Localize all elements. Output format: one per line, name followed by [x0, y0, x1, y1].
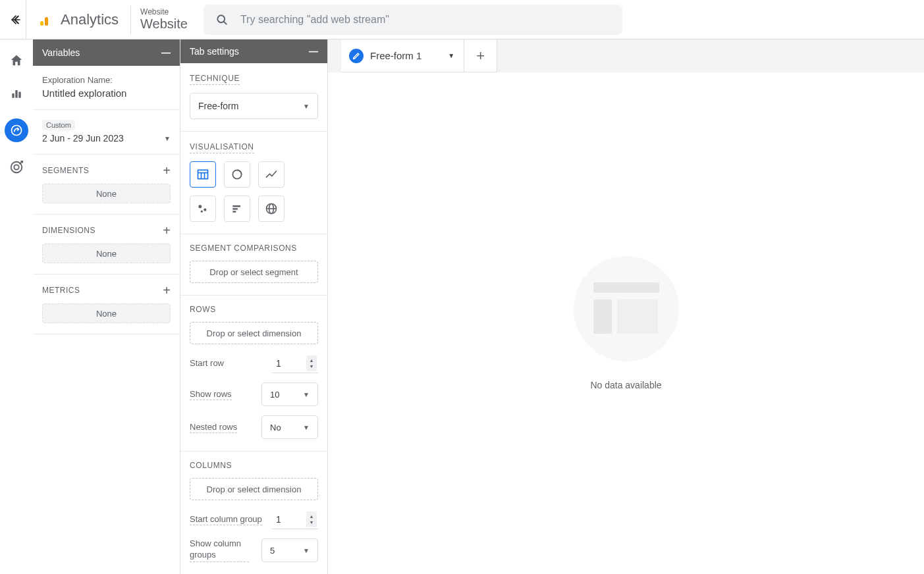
tab-name: Free-form 1: [370, 50, 421, 61]
property-selector[interactable]: Website Website: [130, 5, 197, 34]
segments-none-chip[interactable]: None: [42, 184, 171, 203]
rows-label: ROWS: [190, 305, 318, 314]
bar-icon: [231, 202, 244, 215]
edit-icon: [349, 49, 364, 63]
svg-point-19: [235, 172, 239, 176]
empty-state-text: No data available: [590, 380, 661, 390]
show-column-select[interactable]: 5 ▼: [261, 538, 318, 562]
chevron-down-icon: ▼: [303, 547, 310, 554]
svg-point-20: [198, 205, 202, 208]
svg-rect-7: [12, 93, 14, 98]
rows-dropzone[interactable]: Drop or select dimension: [190, 322, 318, 344]
chevron-down-icon: ▼: [303, 391, 310, 398]
viz-donut[interactable]: [224, 161, 250, 188]
show-column-label: Show column groups: [190, 538, 249, 562]
segment-comparisons-section: SEGMENT COMPARISONS Drop or select segme…: [180, 234, 327, 296]
logo-area[interactable]: Analytics: [32, 11, 125, 28]
svg-line-6: [224, 21, 227, 24]
svg-rect-25: [232, 211, 236, 213]
viz-line[interactable]: [258, 161, 285, 188]
svg-rect-9: [18, 92, 20, 98]
tab-freeform1[interactable]: Free-form 1 ▼: [341, 39, 464, 72]
show-column-value: 5: [270, 546, 275, 556]
columns-dropzone[interactable]: Drop or select dimension: [190, 478, 318, 500]
chevron-down-icon: ▼: [164, 135, 171, 142]
search-placeholder: Try searching "add web stream": [240, 14, 389, 26]
columns-section: COLUMNS Drop or select dimension Start c…: [180, 452, 327, 574]
tab-settings-title: Tab settings: [190, 46, 239, 57]
app-name: Analytics: [61, 11, 119, 28]
tab-settings-panel: Tab settings — TECHNIQUE Free-form ▼ VIS…: [180, 39, 328, 574]
technique-label: TECHNIQUE: [190, 74, 240, 85]
viz-table[interactable]: [190, 161, 216, 188]
date-range-badge: Custom: [42, 120, 75, 130]
collapse-variables-button[interactable]: —: [161, 47, 171, 58]
add-tab-button[interactable]: +: [464, 39, 497, 72]
show-rows-select[interactable]: 10 ▼: [261, 382, 318, 406]
workspace: Variables — Exploration Name: Untitled e…: [0, 39, 924, 574]
visualisation-section: VISUALISATION: [180, 132, 327, 234]
exploration-name-input[interactable]: Untitled exploration: [42, 88, 171, 99]
bar-chart-icon: [10, 87, 23, 100]
visualisation-label: VISUALISATION: [190, 142, 254, 153]
globe-icon: [265, 202, 278, 215]
nav-explore[interactable]: [5, 118, 28, 142]
nav-advertising[interactable]: [9, 159, 24, 175]
dimensions-none-chip[interactable]: None: [42, 244, 171, 263]
technique-section: TECHNIQUE Free-form ▼: [180, 63, 327, 132]
add-segment-button[interactable]: +: [163, 164, 171, 177]
tab-settings-header: Tab settings —: [180, 39, 327, 63]
scatter-icon: [196, 202, 209, 215]
start-row-value: 1: [276, 358, 281, 369]
property-label: Website: [140, 7, 188, 16]
svg-point-22: [201, 211, 203, 213]
add-metric-button[interactable]: +: [163, 284, 171, 297]
nested-rows-value: No: [270, 423, 281, 432]
nav-reports[interactable]: [9, 86, 24, 101]
viz-geo[interactable]: [258, 196, 285, 222]
tab-bar: Free-form 1 ▼ +: [328, 39, 924, 72]
stepper-icon[interactable]: ▲▼: [306, 355, 317, 371]
start-row-input[interactable]: 1 ▲▼: [272, 353, 318, 373]
segment-comparisons-label: SEGMENT COMPARISONS: [190, 244, 318, 253]
canvas-body: No data available: [328, 72, 924, 574]
search-icon: [215, 13, 229, 26]
columns-label: COLUMNS: [190, 461, 318, 470]
collapse-tabsettings-button[interactable]: —: [309, 46, 318, 57]
start-column-value: 1: [276, 514, 281, 525]
analytics-logo-icon: [38, 12, 54, 28]
svg-point-10: [11, 126, 21, 136]
metrics-title: METRICS: [42, 286, 80, 295]
segments-section: SEGMENTS + None: [33, 155, 180, 215]
svg-rect-14: [198, 170, 208, 178]
stepper-icon[interactable]: ▲▼: [306, 511, 317, 527]
start-row-label: Start row: [190, 358, 224, 369]
start-column-input[interactable]: 1 ▲▼: [272, 509, 318, 529]
add-dimension-button[interactable]: +: [163, 224, 171, 237]
chevron-down-icon: ▼: [303, 103, 310, 110]
technique-select[interactable]: Free-form ▼: [190, 93, 318, 119]
nav-home[interactable]: [9, 53, 24, 68]
rows-section: ROWS Drop or select dimension Start row …: [180, 296, 327, 452]
variables-panel: Variables — Exploration Name: Untitled e…: [33, 39, 180, 574]
exploration-name-section: Exploration Name: Untitled exploration: [33, 66, 180, 110]
svg-rect-8: [15, 90, 17, 98]
table-icon: [196, 168, 209, 181]
date-range-section[interactable]: Custom 2 Jun - 29 Jun 2023 ▼: [33, 110, 180, 155]
date-range-text: 2 Jun - 29 Jun 2023: [42, 133, 124, 144]
search-bar[interactable]: Try searching "add web stream": [204, 5, 622, 35]
segment-dropzone[interactable]: Drop or select segment: [190, 261, 318, 283]
target-icon: [9, 160, 24, 174]
chevron-down-icon: ▼: [303, 424, 310, 431]
nested-rows-label: Nested rows: [190, 422, 237, 433]
svg-rect-2: [40, 21, 43, 26]
viz-bar[interactable]: [224, 196, 250, 222]
back-button[interactable]: [5, 0, 26, 39]
metrics-none-chip[interactable]: None: [42, 303, 171, 323]
nested-rows-select[interactable]: No ▼: [261, 415, 318, 439]
svg-rect-24: [232, 208, 238, 210]
viz-scatter[interactable]: [190, 196, 216, 222]
property-name: Website: [140, 16, 188, 32]
canvas-area: Free-form 1 ▼ + No data available: [328, 39, 924, 574]
chevron-down-icon[interactable]: ▼: [448, 52, 454, 59]
